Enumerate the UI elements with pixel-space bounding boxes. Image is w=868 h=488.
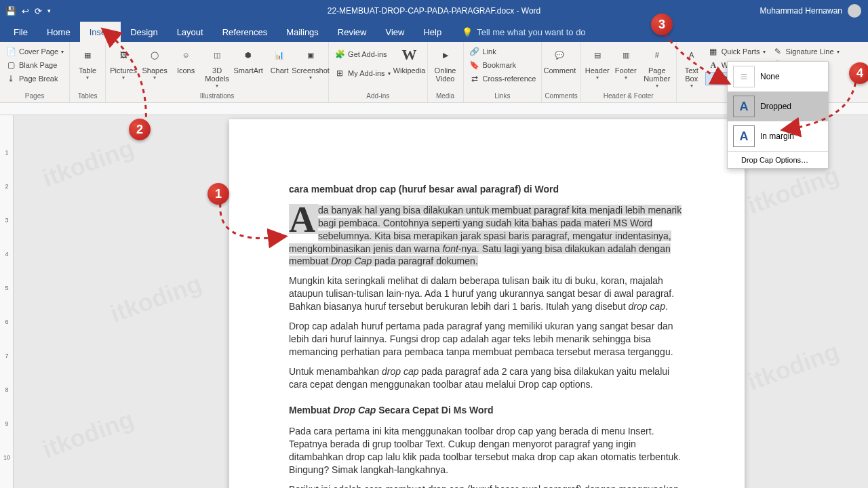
footer-icon: ▥: [616, 45, 636, 65]
group-illustrations-label: Illustrations: [108, 92, 326, 101]
document-title: 22-MEMBUAT-DROP-CAP-PADA-PARAGRAF.docx -…: [328, 6, 541, 16]
get-addins-button[interactable]: 🧩Get Add-ins: [332, 47, 393, 61]
dropcap-none-icon: ≡: [733, 66, 755, 87]
tab-help[interactable]: Help: [414, 22, 451, 42]
textbox-icon: A: [682, 45, 702, 65]
bookmark-button[interactable]: 🔖Bookmark: [467, 58, 539, 72]
smartart-button[interactable]: ⬢SmartArt: [233, 43, 263, 75]
quickparts-icon: ▦: [708, 46, 719, 57]
3d-models-button[interactable]: ◫3D Models▾: [202, 43, 232, 89]
tab-references[interactable]: References: [213, 22, 277, 42]
save-icon[interactable]: 💾: [5, 6, 16, 16]
doc-subheading: Membuat Drop Cap Secara Cepat Di Ms Word: [289, 404, 685, 417]
cube-icon: ◫: [207, 45, 227, 65]
tab-file[interactable]: File: [4, 22, 37, 42]
smartart-icon: ⬢: [238, 45, 258, 65]
annotation-badge-2: 2: [129, 119, 151, 140]
tab-view[interactable]: View: [376, 22, 414, 42]
cover-page-button[interactable]: 📄Cover Page▾: [3, 45, 66, 58]
drop-cap-letter: A: [289, 204, 318, 234]
table-button[interactable]: ▦Table▾: [73, 43, 102, 81]
dropcap-none[interactable]: ≡ None: [728, 62, 828, 92]
group-media-label: Media: [431, 92, 460, 101]
comment-icon: 💬: [549, 45, 570, 65]
blank-page-button[interactable]: ▢Blank Page: [3, 58, 66, 72]
icons-button[interactable]: ☺Icons: [171, 43, 201, 75]
wordart-icon: A: [708, 60, 719, 70]
page-number-button[interactable]: #Page Number▾: [641, 43, 673, 89]
tab-design[interactable]: Design: [121, 22, 167, 42]
undo-icon[interactable]: ↩: [22, 6, 29, 16]
video-icon: ▶: [435, 45, 456, 65]
paragraph-2: Mungkin kita seringkali melihat di dalam…: [289, 274, 685, 313]
shapes-button[interactable]: ◯Shapes▾: [140, 43, 170, 81]
page-break-icon: ⤓: [5, 73, 16, 84]
footer-button[interactable]: ▥Footer▾: [612, 43, 639, 81]
link-icon: 🔗: [469, 46, 480, 57]
bulb-icon: 💡: [462, 27, 473, 37]
bookmark-icon: 🔖: [469, 60, 480, 70]
addin-icon: ⊞: [334, 68, 345, 79]
group-tables-label: Tables: [73, 92, 102, 101]
chart-icon: 📊: [269, 45, 290, 65]
qat-dropdown[interactable]: ▾: [47, 7, 51, 14]
group-links-label: Links: [467, 92, 539, 101]
page[interactable]: cara membuat drop cap (huruf besar awal …: [229, 119, 745, 488]
dropcap-options[interactable]: Drop Cap Options…: [728, 151, 828, 168]
wikipedia-icon: W: [399, 45, 420, 65]
tab-review[interactable]: Review: [328, 22, 376, 42]
store-icon: 🧩: [334, 49, 345, 60]
my-addins-button[interactable]: ⊞My Add-ins▾: [332, 66, 393, 80]
tell-me-label: Tell me what you want to do: [477, 27, 585, 37]
quick-parts-button[interactable]: ▦Quick Parts▾: [705, 45, 768, 58]
screenshot-icon: ▣: [300, 45, 321, 65]
tab-home[interactable]: Home: [37, 22, 80, 42]
page-icon: 📄: [5, 46, 16, 57]
redo-icon[interactable]: ⟳: [35, 6, 42, 16]
group-addins-label: Add-ins: [332, 92, 424, 101]
icons-icon: ☺: [176, 45, 196, 65]
annotation-badge-4: 4: [849, 62, 868, 84]
header-icon: ▤: [587, 45, 608, 65]
link-button[interactable]: 🔗Link: [467, 45, 539, 58]
tab-mailings[interactable]: Mailings: [277, 22, 328, 42]
doc-heading: cara membuat drop cap (huruf besar awal …: [289, 183, 685, 196]
vertical-ruler[interactable]: 123 456 789 1011: [0, 115, 14, 488]
signature-icon: ✎: [772, 46, 783, 57]
tab-insert[interactable]: Insert: [80, 22, 121, 42]
comment-button[interactable]: 💬Comment: [545, 43, 574, 75]
group-comments-label: Comments: [545, 92, 577, 101]
signature-line-button[interactable]: ✎Signature Line▾: [770, 45, 842, 58]
table-icon: ▦: [77, 45, 98, 65]
title-bar: 💾 ↩ ⟳ ▾ 22-MEMBUAT-DROP-CAP-PADA-PARAGRA…: [0, 0, 868, 22]
paragraph-3: Drop cap adalah huruf pertama pada parag…: [289, 320, 685, 359]
pictures-button[interactable]: 🖼Pictures▾: [108, 43, 138, 81]
tab-layout[interactable]: Layout: [167, 22, 213, 42]
header-button[interactable]: ▤Header▾: [584, 43, 611, 81]
tell-me-search[interactable]: 💡 Tell me what you want to do: [456, 27, 591, 37]
pagenum-icon: #: [647, 45, 667, 65]
blank-page-icon: ▢: [5, 60, 16, 70]
dropcap-dropped[interactable]: A Dropped: [728, 92, 828, 121]
dropcap-dropped-icon: A: [733, 96, 755, 117]
wikipedia-button[interactable]: WWikipedia: [395, 43, 425, 75]
screenshot-button[interactable]: ▣Screenshot▾: [296, 43, 326, 81]
crossref-icon: ⇄: [469, 73, 480, 84]
paragraph-4: Untuk menambahkan drop cap pada paragraf…: [289, 365, 685, 391]
group-header-footer-label: Header & Footer: [584, 92, 673, 101]
shapes-icon: ◯: [144, 45, 165, 65]
user-avatar[interactable]: [848, 4, 861, 18]
dropcap-inmargin-icon: A: [733, 125, 755, 147]
dropcap-icon: A̲: [709, 73, 719, 84]
page-break-button[interactable]: ⤓Page Break: [3, 72, 66, 85]
pictures-icon: 🖼: [113, 45, 134, 65]
annotation-badge-1: 1: [208, 183, 229, 205]
cross-reference-button[interactable]: ⇄Cross-reference: [467, 72, 539, 85]
user-name: Muhammad Hernawan: [760, 6, 842, 16]
paragraph-6: Berikut ini adalah cara membuat drop cap…: [289, 483, 685, 488]
dropcap-inmargin[interactable]: A In margin: [728, 121, 828, 151]
chart-button[interactable]: 📊Chart: [264, 43, 294, 75]
text-box-button[interactable]: AText Box▾: [679, 43, 704, 89]
group-pages-label: Pages: [3, 92, 66, 101]
online-video-button[interactable]: ▶Online Video: [431, 43, 460, 83]
